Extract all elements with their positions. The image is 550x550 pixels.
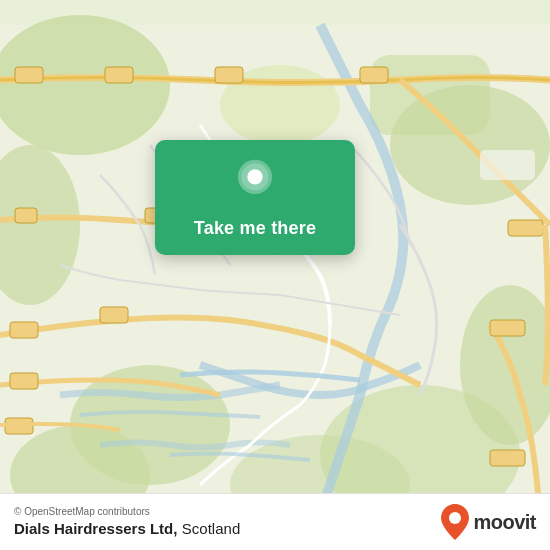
osm-attribution: © OpenStreetMap contributors xyxy=(14,506,240,517)
svg-rect-24 xyxy=(480,150,535,180)
moovit-brand-text: moovit xyxy=(473,511,536,534)
svg-rect-11 xyxy=(15,67,43,83)
location-pin-icon xyxy=(231,158,279,206)
map-container: Take me there © OpenStreetMap contributo… xyxy=(0,0,550,550)
take-me-there-button[interactable]: Take me there xyxy=(194,218,316,239)
svg-rect-15 xyxy=(15,208,37,223)
svg-rect-19 xyxy=(10,373,38,389)
location-name-text: Dials Hairdressers Ltd, Scotland xyxy=(14,520,240,538)
svg-rect-14 xyxy=(360,67,388,83)
bottom-bar: © OpenStreetMap contributors Dials Haird… xyxy=(0,493,550,550)
svg-rect-22 xyxy=(490,450,525,466)
svg-point-28 xyxy=(449,512,461,524)
location-info: © OpenStreetMap contributors Dials Haird… xyxy=(14,506,240,538)
location-country: Scotland xyxy=(182,520,240,537)
location-name: Dials Hairdressers Ltd, xyxy=(14,520,177,537)
svg-rect-18 xyxy=(100,307,128,323)
svg-rect-13 xyxy=(215,67,243,83)
svg-rect-12 xyxy=(105,67,133,83)
svg-rect-23 xyxy=(508,220,543,236)
svg-point-27 xyxy=(247,169,262,184)
location-card: Take me there xyxy=(155,140,355,255)
svg-rect-4 xyxy=(370,55,490,135)
svg-rect-21 xyxy=(490,320,525,336)
moovit-pin-icon xyxy=(441,504,469,540)
moovit-logo: moovit xyxy=(441,504,536,540)
svg-rect-17 xyxy=(10,322,38,338)
map-background xyxy=(0,0,550,550)
